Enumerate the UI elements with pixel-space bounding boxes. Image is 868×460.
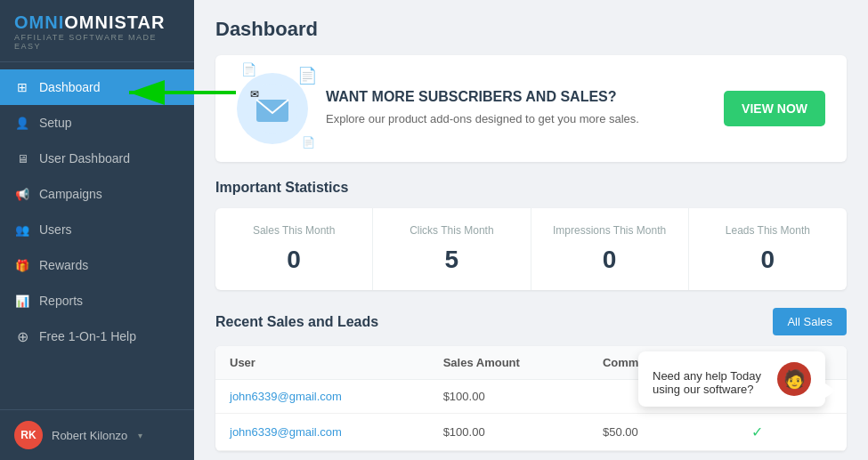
brand-name: OMNISTAR <box>64 12 165 32</box>
stat-value-leads: 0 <box>707 246 829 274</box>
monitor-icon: 🖥 <box>14 150 30 166</box>
stat-value-clicks: 5 <box>391 246 512 274</box>
stat-value-impressions: 0 <box>549 246 670 274</box>
sidebar-item-label: User Dashboard <box>39 151 130 165</box>
support-avatar: 🧑 <box>777 362 811 396</box>
stats-grid: Sales This Month 0 Clicks This Month 5 I… <box>215 208 847 290</box>
sidebar-item-label: Free 1-On-1 Help <box>39 329 136 343</box>
amount-cell: ✓ <box>737 414 847 451</box>
stat-clicks: Clicks This Month 5 <box>373 208 531 290</box>
stat-label-leads: Leads This Month <box>707 224 829 237</box>
promo-banner: ✉ 📄 📄 📄 WANT MORE SUBSCRIBERS AND SALES?… <box>215 55 847 162</box>
user-name: Robert Kilonzo <box>52 429 127 442</box>
chat-bubble-text: Need any help Today using our software? <box>653 369 761 396</box>
sales-table-container: User Sales Amount Commission Amount john… <box>215 346 847 451</box>
sidebar-item-rewards[interactable]: 🎁 Rewards <box>0 247 194 283</box>
sidebar-item-label: Dashboard <box>39 80 101 94</box>
logo: OMNIOMNISTAR AFFILIATE SOFTWARE MADE EAS… <box>0 0 194 62</box>
megaphone-icon: 📢 <box>14 186 30 202</box>
stat-label-sales: Sales This Month <box>233 224 354 237</box>
user-link[interactable]: john6339@gmail.com <box>215 414 429 451</box>
sidebar-item-reports[interactable]: 📊 Reports <box>0 283 194 319</box>
stat-value-sales: 0 <box>233 246 354 274</box>
col-header-user: User <box>215 346 429 380</box>
sidebar: OMNIOMNISTAR AFFILIATE SOFTWARE MADE EAS… <box>0 0 194 460</box>
setup-icon: 👤 <box>14 115 30 131</box>
reports-icon: 📊 <box>14 293 30 309</box>
logo-tagline: AFFILIATE SOFTWARE MADE EASY <box>14 33 180 51</box>
sidebar-item-label: Rewards <box>39 258 88 272</box>
stat-sales: Sales This Month 0 <box>215 208 373 290</box>
sales-amount-cell: $100.00 <box>429 380 588 414</box>
stat-label-clicks: Clicks This Month <box>391 224 512 237</box>
avatar: RK <box>14 421 43 449</box>
users-icon: 👥 <box>14 222 30 238</box>
dashboard-icon: ⊞ <box>14 79 30 95</box>
promo-text: WANT MORE SUBSCRIBERS AND SALES? Explore… <box>326 89 706 128</box>
sidebar-item-label: Users <box>39 222 72 237</box>
sidebar-item-label: Reports <box>39 294 83 308</box>
sales-amount-cell: $100.00 <box>429 414 588 451</box>
sidebar-item-setup[interactable]: 👤 Setup <box>0 105 194 141</box>
main-content: Dashboard ✉ 📄 📄 📄 WANT MORE SUBSCRIBERS … <box>194 0 868 460</box>
promo-description: Explore our product add-ons designed to … <box>326 110 706 128</box>
all-sales-button[interactable]: All Sales <box>773 308 847 335</box>
rewards-icon: 🎁 <box>14 257 30 273</box>
stat-label-impressions: Impressions This Month <box>549 224 670 237</box>
help-icon: ⊕ <box>14 328 30 344</box>
sidebar-item-user-dashboard[interactable]: 🖥 User Dashboard <box>0 141 194 176</box>
sidebar-item-dashboard[interactable]: ⊞ Dashboard <box>0 69 194 105</box>
sidebar-item-users[interactable]: 👥 Users <box>0 212 194 247</box>
page-title: Dashboard <box>215 18 847 41</box>
stats-section-title: Important Statistics <box>215 180 847 196</box>
chat-arrow-icon <box>825 383 836 398</box>
user-link[interactable]: john6339@gmail.com <box>215 380 429 414</box>
table-row: john6339@gmail.com $100.00 $50.00 ✓ <box>215 414 847 451</box>
sidebar-nav: ⊞ Dashboard 👤 Setup 🖥 User Dashboard 📢 C… <box>0 62 194 409</box>
stat-leads: Leads This Month 0 <box>689 208 847 290</box>
stat-impressions: Impressions This Month 0 <box>531 208 689 290</box>
user-profile[interactable]: RK Robert Kilonzo ▾ <box>0 409 194 460</box>
recent-sales-title: Recent Sales and Leads <box>215 314 378 330</box>
recent-sales-header: Recent Sales and Leads All Sales <box>215 308 847 335</box>
sidebar-item-label: Campaigns <box>39 187 102 201</box>
svg-text:✉: ✉ <box>250 88 259 101</box>
sidebar-item-label: Setup <box>39 116 72 130</box>
commission-cell: $50.00 <box>588 414 737 451</box>
sidebar-item-campaigns[interactable]: 📢 Campaigns <box>0 176 194 212</box>
chevron-down-icon: ▾ <box>138 431 142 440</box>
view-now-button[interactable]: VIEW NOW <box>724 91 825 126</box>
col-header-sales-amount: Sales Amount <box>429 346 588 380</box>
promo-icon: ✉ 📄 📄 📄 <box>237 73 308 144</box>
sidebar-item-free-help[interactable]: ⊕ Free 1-On-1 Help <box>0 319 194 354</box>
promo-headline: WANT MORE SUBSCRIBERS AND SALES? <box>326 89 706 105</box>
chat-bubble: Need any help Today using our software? … <box>638 351 825 407</box>
